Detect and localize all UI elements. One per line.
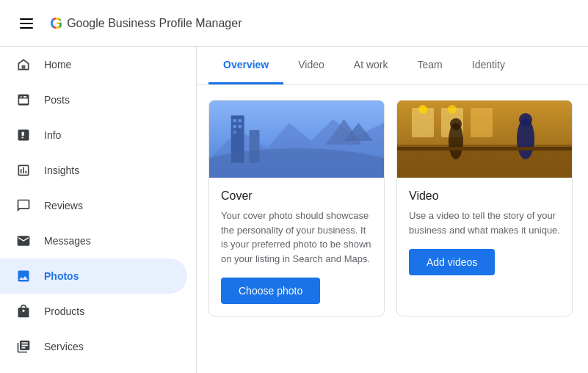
svg-point-24 — [450, 118, 462, 130]
svg-point-15 — [209, 148, 384, 178]
sidebar-item-photos[interactable]: Photos — [0, 258, 187, 294]
svg-rect-11 — [233, 131, 236, 134]
sidebar-item-messages[interactable]: Messages — [0, 223, 187, 258]
svg-rect-10 — [239, 125, 242, 128]
choose-photo-button[interactable]: Choose photo — [221, 278, 320, 304]
google-logo-letter: G — [50, 14, 62, 33]
svg-point-26 — [519, 113, 532, 126]
svg-point-22 — [448, 105, 457, 114]
svg-rect-8 — [239, 119, 242, 122]
sidebar-item-messages-label: Messages — [44, 235, 91, 247]
services-icon — [15, 338, 32, 355]
svg-rect-2 — [20, 27, 33, 29]
main-content: Overview Video At work Team Identity — [197, 47, 588, 373]
sidebar-item-posts-label: Posts — [44, 94, 70, 106]
sidebar-item-services[interactable]: Services — [0, 329, 187, 364]
reviews-icon — [15, 197, 32, 214]
topbar: G Google Business Profile Manager — [0, 0, 588, 47]
info-icon — [15, 126, 32, 144]
sidebar-item-info-label: Info — [44, 129, 61, 141]
sidebar-item-products-label: Products — [44, 305, 84, 317]
sidebar-item-insights[interactable]: Insights — [0, 153, 187, 188]
svg-rect-0 — [20, 18, 33, 20]
home-icon — [15, 56, 32, 73]
sidebar-item-posts[interactable]: Posts — [0, 82, 187, 117]
tab-overview[interactable]: Overview — [208, 47, 283, 84]
svg-rect-9 — [233, 125, 236, 128]
svg-point-21 — [418, 105, 427, 114]
video-image — [397, 101, 572, 178]
svg-rect-3 — [22, 65, 26, 69]
insights-icon — [15, 162, 32, 179]
svg-rect-7 — [233, 119, 236, 122]
tabs-bar: Overview Video At work Team Identity — [197, 47, 588, 85]
sidebar-item-photos-label: Photos — [44, 270, 79, 282]
menu-icon[interactable] — [12, 9, 41, 38]
main-layout: Home Posts Info Insights Reviews — [0, 47, 588, 373]
messages-icon — [15, 232, 32, 250]
cover-image — [209, 101, 384, 178]
cover-card-title: Cover — [221, 189, 372, 203]
video-card-title: Video — [409, 189, 560, 203]
sidebar-item-info[interactable]: Info — [0, 117, 187, 153]
tab-identity[interactable]: Identity — [457, 47, 520, 84]
products-icon — [15, 303, 32, 320]
add-videos-button[interactable]: Add videos — [409, 249, 495, 275]
cards-area: Cover Your cover photo should showcase t… — [197, 85, 588, 331]
svg-rect-20 — [471, 108, 493, 137]
sidebar-item-services-label: Services — [44, 341, 84, 352]
cover-card-body: Cover Your cover photo should showcase t… — [209, 178, 384, 316]
posts-icon — [15, 91, 32, 109]
svg-rect-1 — [20, 23, 33, 24]
tab-video[interactable]: Video — [283, 47, 339, 84]
logo: G Google Business Profile Manager — [50, 14, 242, 33]
cover-card-desc: Your cover photo should showcase the per… — [221, 209, 372, 266]
sidebar-item-home[interactable]: Home — [0, 47, 187, 82]
sidebar-item-insights-label: Insights — [44, 164, 79, 176]
photos-icon — [15, 267, 32, 285]
tab-team[interactable]: Team — [403, 47, 457, 84]
svg-rect-27 — [397, 147, 572, 151]
sidebar-item-reviews[interactable]: Reviews — [0, 188, 187, 223]
video-card: Video Use a video to tell the story of y… — [396, 100, 573, 316]
sidebar-item-reviews-label: Reviews — [44, 200, 83, 211]
sidebar-item-home-label: Home — [44, 59, 71, 70]
tab-at-work[interactable]: At work — [339, 47, 403, 84]
video-card-desc: Use a video to tell the story of your bu… — [409, 209, 560, 237]
video-card-body: Video Use a video to tell the story of y… — [397, 178, 572, 287]
topbar-title: Google Business Profile Manager — [67, 17, 242, 30]
sidebar: Home Posts Info Insights Reviews — [0, 47, 197, 373]
cover-card: Cover Your cover photo should showcase t… — [208, 100, 385, 316]
sidebar-item-products[interactable]: Products — [0, 294, 187, 329]
